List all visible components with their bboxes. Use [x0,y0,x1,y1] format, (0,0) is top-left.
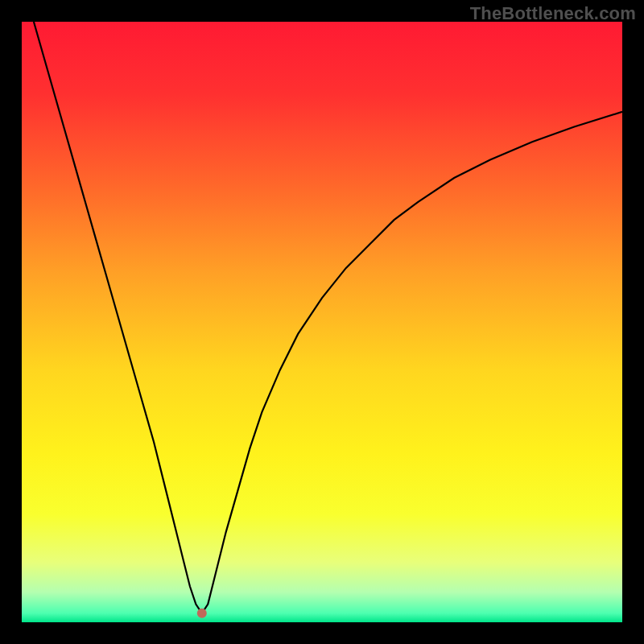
chart-svg [22,22,622,622]
gradient-background [22,22,622,622]
plot-area [22,22,622,622]
chart-frame: TheBottleneck.com [0,0,644,644]
minimum-dot [197,609,207,618]
